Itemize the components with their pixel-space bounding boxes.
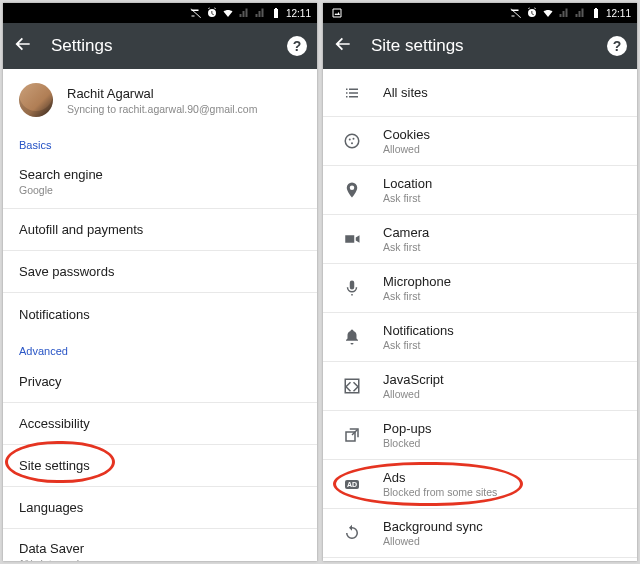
app-bar: Settings ? — [3, 23, 317, 69]
svg-point-1 — [349, 139, 351, 141]
data-saver-row[interactable]: Data Saver 1% data savings — [3, 529, 317, 561]
location-icon — [341, 181, 363, 199]
alarm-icon — [206, 7, 218, 19]
cookies-row[interactable]: Cookies Allowed — [323, 117, 637, 166]
section-basics: Basics — [3, 129, 317, 155]
ads-icon: AD — [341, 480, 363, 489]
svg-point-0 — [345, 134, 359, 148]
account-name: Rachit Agarwal — [67, 86, 257, 101]
section-advanced: Advanced — [3, 335, 317, 361]
save-passwords-row[interactable]: Save passwords — [3, 251, 317, 293]
signal-icon — [558, 7, 570, 19]
back-icon[interactable] — [13, 34, 33, 58]
microphone-icon — [341, 279, 363, 297]
autofill-row[interactable]: Autofill and payments — [3, 209, 317, 251]
camera-icon — [341, 230, 363, 248]
ads-row[interactable]: AD Ads Blocked from some sites — [323, 460, 637, 509]
site-settings-list: All sites Cookies Allowed Location Ask f… — [323, 69, 637, 561]
list-icon — [341, 84, 363, 102]
cookie-icon — [341, 132, 363, 150]
location-row[interactable]: Location Ask first — [323, 166, 637, 215]
background-sync-row[interactable]: Background sync Allowed — [323, 509, 637, 558]
battery-icon — [270, 7, 282, 19]
phone-right: 12:11 Site settings ? All sites Cookies … — [323, 3, 637, 561]
javascript-row[interactable]: JavaScript Allowed — [323, 362, 637, 411]
site-settings-row[interactable]: Site settings — [3, 445, 317, 487]
svg-point-2 — [353, 138, 355, 140]
media-row[interactable]: Media — [323, 558, 637, 561]
screenshot-icon — [331, 7, 343, 19]
battery-icon — [590, 7, 602, 19]
appbar-title: Settings — [51, 36, 269, 56]
javascript-icon — [341, 377, 363, 395]
notifications-row[interactable]: Notifications — [3, 293, 317, 335]
account-row[interactable]: Rachit Agarwal Syncing to rachit.agarwal… — [3, 69, 317, 129]
wifi-icon — [222, 7, 234, 19]
accessibility-row[interactable]: Accessibility — [3, 403, 317, 445]
signal-icon — [254, 7, 266, 19]
signal-icon — [238, 7, 250, 19]
avatar — [19, 83, 53, 117]
status-time: 12:11 — [286, 8, 311, 19]
settings-list: Rachit Agarwal Syncing to rachit.agarwal… — [3, 69, 317, 561]
account-sync: Syncing to rachit.agarwal.90@gmail.com — [67, 103, 257, 115]
wifi-icon — [542, 7, 554, 19]
no-cast-icon — [190, 7, 202, 19]
alarm-icon — [526, 7, 538, 19]
status-time: 12:11 — [606, 8, 631, 19]
status-bar: 12:11 — [3, 3, 317, 23]
popups-row[interactable]: Pop-ups Blocked — [323, 411, 637, 460]
phone-left: 12:11 Settings ? Rachit Agarwal Syncing … — [3, 3, 317, 561]
help-icon[interactable]: ? — [607, 36, 627, 56]
search-engine-row[interactable]: Search engine Google — [3, 155, 317, 209]
signal-icon — [574, 7, 586, 19]
no-cast-icon — [510, 7, 522, 19]
app-bar: Site settings ? — [323, 23, 637, 69]
bell-icon — [341, 328, 363, 346]
svg-point-3 — [351, 142, 353, 144]
appbar-title: Site settings — [371, 36, 589, 56]
microphone-row[interactable]: Microphone Ask first — [323, 264, 637, 313]
sync-icon — [341, 524, 363, 542]
status-bar: 12:11 — [323, 3, 637, 23]
back-icon[interactable] — [333, 34, 353, 58]
help-icon[interactable]: ? — [287, 36, 307, 56]
all-sites-row[interactable]: All sites — [323, 69, 637, 117]
privacy-row[interactable]: Privacy — [3, 361, 317, 403]
popup-icon — [341, 426, 363, 444]
camera-row[interactable]: Camera Ask first — [323, 215, 637, 264]
languages-row[interactable]: Languages — [3, 487, 317, 529]
notifications-row[interactable]: Notifications Ask first — [323, 313, 637, 362]
